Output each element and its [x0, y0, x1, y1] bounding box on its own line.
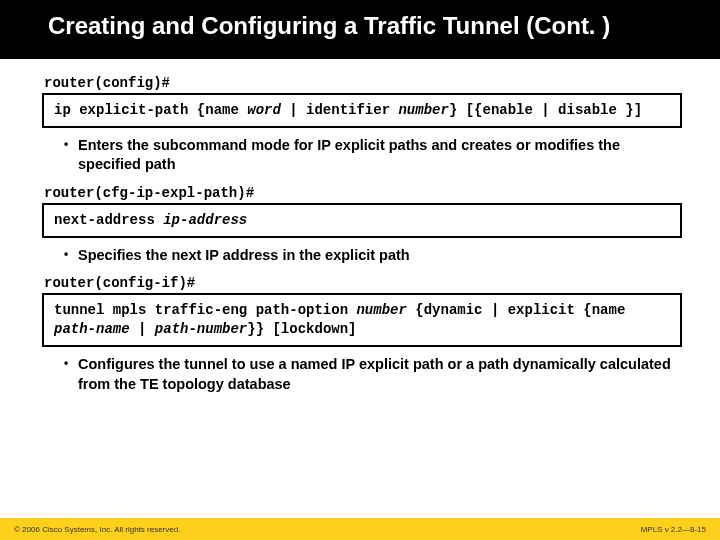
bullet-list-1: Enters the subcommand mode for IP explic…: [42, 136, 682, 175]
cmd1-text1: ip explicit-path {name: [54, 102, 247, 118]
title-bar: Creating and Configuring a Traffic Tunne…: [0, 0, 720, 59]
cmd3-text4: }} [lockdown]: [247, 321, 356, 337]
cmd3-text2: {dynamic | explicit {name: [407, 302, 625, 318]
cmd3-var3: path-number: [155, 321, 247, 337]
cmd3-text3: |: [130, 321, 155, 337]
command-box-3: tunnel mpls traffic-eng path-option numb…: [42, 293, 682, 347]
command-box-2: next-address ip-address: [42, 203, 682, 238]
prompt-2: router(cfg-ip-expl-path)#: [44, 185, 682, 201]
bullet-1: Enters the subcommand mode for IP explic…: [64, 136, 682, 175]
bullet-2: Specifies the next IP address in the exp…: [64, 246, 682, 266]
cmd3-text1: tunnel mpls traffic-eng path-option: [54, 302, 356, 318]
bullet-list-2: Specifies the next IP address in the exp…: [42, 246, 682, 266]
bullet-3: Configures the tunnel to use a named IP …: [64, 355, 682, 394]
prompt-3: router(config-if)#: [44, 275, 682, 291]
cmd1-var1: word: [247, 102, 281, 118]
cmd3-var2: path-name: [54, 321, 130, 337]
cmd1-text3: } [{enable | disable }]: [449, 102, 642, 118]
cmd1-var2: number: [398, 102, 448, 118]
cmd2-text1: next-address: [54, 212, 163, 228]
copyright-text: © 2006 Cisco Systems, Inc. All rights re…: [14, 525, 180, 534]
slide-title: Creating and Configuring a Traffic Tunne…: [48, 12, 688, 41]
cmd3-var1: number: [356, 302, 406, 318]
command-box-1: ip explicit-path {name word | identifier…: [42, 93, 682, 128]
slide-content: router(config)# ip explicit-path {name w…: [0, 59, 720, 394]
footer-bar: © 2006 Cisco Systems, Inc. All rights re…: [0, 518, 720, 540]
cmd1-text2: | identifier: [281, 102, 399, 118]
prompt-1: router(config)#: [44, 75, 682, 91]
slide-number: MPLS v 2.2—8-15: [641, 525, 706, 534]
cmd2-var1: ip-address: [163, 212, 247, 228]
bullet-list-3: Configures the tunnel to use a named IP …: [42, 355, 682, 394]
